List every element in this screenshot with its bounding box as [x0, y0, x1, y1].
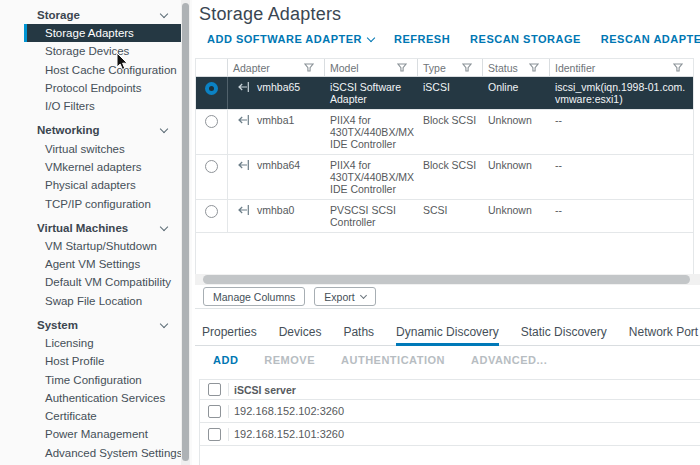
adapters-table-hscrollbar-thumb[interactable] [203, 275, 690, 284]
row-radio-button[interactable] [205, 205, 218, 218]
select-all-checkbox[interactable] [208, 383, 221, 396]
manage-columns-button[interactable]: Manage Columns [203, 287, 305, 306]
adapter-cell: vmhba1 [228, 110, 325, 154]
sidebar-item-time-configuration[interactable]: Time Configuration [24, 370, 181, 388]
row-radio-cell [196, 155, 228, 199]
model-cell: PIIX4 for 430TX/440BX/MX IDE Controller [325, 110, 418, 154]
filter-icon[interactable] [397, 63, 407, 72]
sidebar-group-label: System [37, 319, 78, 331]
advanced-button[interactable]: ADVANCED... [471, 354, 547, 366]
sidebar-item-vm-startup-shutdown[interactable]: VM Startup/Shutdown [24, 237, 181, 255]
discovery-toolbar: ADDREMOVEAUTHENTICATIONADVANCED... [213, 354, 547, 366]
type-cell: iSCSI [418, 77, 483, 109]
button-label: Export [324, 291, 354, 303]
host-bus-adapter-icon [237, 204, 250, 216]
column-header-model[interactable]: Model [325, 59, 418, 76]
host-bus-adapter-icon [237, 114, 250, 126]
sidebar-item-authentication-services[interactable]: Authentication Services [24, 389, 181, 407]
authentication-button[interactable]: AUTHENTICATION [341, 354, 445, 366]
filter-icon[interactable] [673, 63, 683, 72]
column-header-identifier[interactable]: Identifier [550, 59, 693, 76]
adapters-table-body: vmhba65iSCSI Software AdapteriSCSIOnline… [196, 77, 693, 233]
row-radio-cell [196, 77, 228, 109]
tab-paths[interactable]: Paths [343, 325, 374, 345]
chevron-down-icon [360, 292, 367, 299]
adapter-name: vmhba1 [257, 114, 294, 126]
chevron-down-icon [160, 320, 168, 328]
sidebar-item-storage-adapters[interactable]: Storage Adapters [24, 24, 181, 42]
page-title: Storage Adapters [199, 4, 341, 25]
tab-static-discovery[interactable]: Static Discovery [521, 325, 607, 345]
adapters-toolbar: ADD SOFTWARE ADAPTERREFRESHRESCAN STORAG… [207, 33, 700, 45]
model-cell: PIIX4 for 430TX/440BX/MX IDE Controller [325, 155, 418, 199]
sidebar-scrollbar-thumb[interactable] [182, 3, 189, 461]
adapter-row-vmhba65[interactable]: vmhba65iSCSI Software AdapteriSCSIOnline… [196, 77, 693, 110]
sidebar-group-system[interactable]: System [24, 316, 181, 334]
sidebar-item-licensing[interactable]: Licensing [24, 334, 181, 352]
button-label: RESCAN STORAGE [470, 33, 581, 45]
adapter-row-vmhba64[interactable]: vmhba64PIIX4 for 430TX/440BX/MX IDE Cont… [196, 155, 693, 200]
chevron-down-icon [160, 125, 168, 133]
sidebar-item-swap-file-location[interactable]: Swap File Location [24, 292, 181, 310]
sidebar-group-storage[interactable]: Storage [24, 6, 181, 24]
sidebar-item-agent-vm-settings[interactable]: Agent VM Settings [24, 255, 181, 273]
identifier-cell: -- [550, 110, 693, 154]
iscsi-server-row[interactable]: 192.168.152.102:3260 [200, 400, 700, 423]
remove-button[interactable]: REMOVE [264, 354, 315, 366]
adapters-table-header: AdapterModelTypeStatusIdentifier [196, 59, 693, 77]
sidebar-item-virtual-switches[interactable]: Virtual switches [24, 139, 181, 157]
sidebar-group-virtual-machines[interactable]: Virtual Machines [24, 219, 181, 237]
filter-icon[interactable] [304, 63, 314, 72]
rescan-storage-button[interactable]: RESCAN STORAGE [470, 33, 581, 45]
row-radio-cell [196, 200, 228, 232]
iscsi-server-row[interactable]: 192.168.152.101:3260 [200, 423, 700, 446]
tab-network-port-binding[interactable]: Network Port Binding [629, 325, 700, 345]
filter-icon[interactable] [529, 63, 539, 72]
adapters-table-hscrollbar[interactable] [195, 274, 700, 285]
sidebar-group-networking[interactable]: Networking [24, 121, 181, 139]
sidebar-item-storage-devices[interactable]: Storage Devices [24, 42, 181, 60]
adapters-table-footer: Manage ColumnsExport [195, 285, 700, 309]
status-cell: Unknown [483, 155, 550, 199]
refresh-button[interactable]: REFRESH [394, 33, 450, 45]
rescan-adapter-button[interactable]: RESCAN ADAPTER [601, 33, 700, 45]
tab-devices[interactable]: Devices [279, 325, 322, 345]
export-button[interactable]: Export [314, 287, 375, 306]
sidebar-item-host-profile[interactable]: Host Profile [24, 352, 181, 370]
adapter-row-vmhba1[interactable]: vmhba1PIIX4 for 430TX/440BX/MX IDE Contr… [196, 110, 693, 155]
sidebar-item-physical-adapters[interactable]: Physical adapters [24, 176, 181, 194]
adapter-row-vmhba0[interactable]: vmhba0PVSCSI SCSI ControllerSCSIUnknown-… [196, 200, 693, 233]
sidebar-item-i-o-filters[interactable]: I/O Filters [24, 97, 181, 115]
sidebar-item-host-cache-configuration[interactable]: Host Cache Configuration [24, 61, 181, 79]
sidebar-item-tcp-ip-configuration[interactable]: TCP/IP configuration [24, 194, 181, 212]
column-header-type[interactable]: Type [418, 59, 483, 76]
column-header-adapter[interactable]: Adapter [228, 59, 325, 76]
row-checkbox[interactable] [208, 428, 221, 441]
sidebar-item-advanced-system-settings[interactable]: Advanced System Settings [24, 444, 181, 462]
add-button[interactable]: ADD [213, 354, 238, 366]
tab-properties[interactable]: Properties [202, 325, 257, 345]
type-cell: Block SCSI [418, 110, 483, 154]
sidebar-item-vmkernel-adapters[interactable]: VMkernel adapters [24, 158, 181, 176]
column-header-status[interactable]: Status [483, 59, 550, 76]
row-checkbox[interactable] [208, 405, 221, 418]
sidebar-group-label: Storage [37, 9, 80, 21]
column-label: Status [488, 62, 518, 74]
sidebar-item-protocol-endpoints[interactable]: Protocol Endpoints [24, 79, 181, 97]
iscsi-server-address: 192.168.152.101:3260 [229, 428, 344, 440]
sidebar-scrollbar[interactable] [181, 0, 190, 465]
row-radio-button[interactable] [205, 115, 218, 128]
adapter-name: vmhba64 [257, 159, 300, 171]
sidebar-item-power-management[interactable]: Power Management [24, 425, 181, 443]
row-radio-button[interactable] [205, 160, 218, 173]
row-radio-button[interactable] [205, 82, 218, 95]
adapter-name: vmhba65 [257, 81, 300, 93]
iscsi-server-column-header[interactable]: iSCSI server [229, 384, 296, 396]
sidebar-item-default-vm-compatibility[interactable]: Default VM Compatibility [24, 273, 181, 291]
sidebar-item-certificate[interactable]: Certificate [24, 407, 181, 425]
filter-icon[interactable] [462, 63, 472, 72]
status-cell: Unknown [483, 200, 550, 232]
tab-dynamic-discovery[interactable]: Dynamic Discovery [396, 325, 499, 345]
iscsi-servers-body: 192.168.152.102:3260192.168.152.101:3260 [200, 400, 700, 446]
add-software-adapter-button[interactable]: ADD SOFTWARE ADAPTER [207, 33, 374, 45]
